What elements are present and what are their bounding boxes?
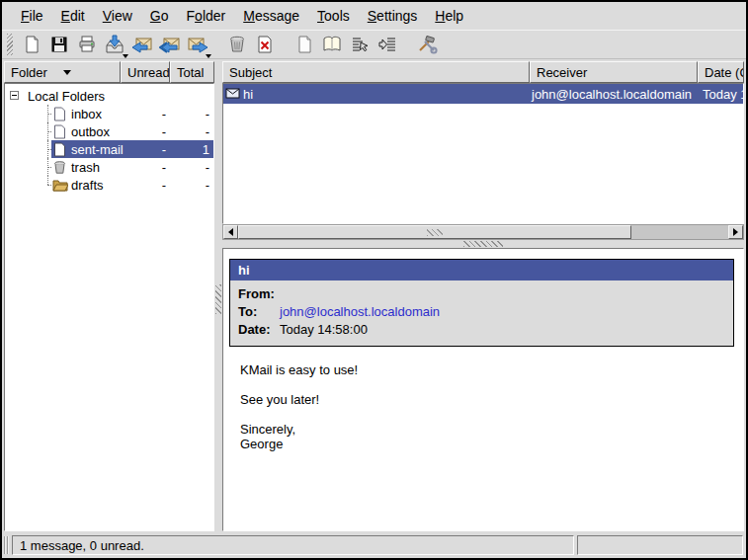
total-column-header[interactable]: Total: [170, 61, 214, 83]
folder-row-sent-mail[interactable]: sent-mail - 1: [5, 140, 213, 158]
horizontal-splitter[interactable]: [222, 240, 744, 248]
queue-list-icon: [377, 35, 397, 54]
configure-button[interactable]: [413, 32, 441, 58]
folder-column-header[interactable]: Folder: [4, 61, 121, 83]
selected-folder-highlight: sent-mail - 1: [51, 140, 213, 158]
folder-row-drafts[interactable]: drafts - -: [5, 176, 213, 194]
folder-row-local-folders[interactable]: Local Folders: [5, 87, 213, 105]
envelope-icon: [225, 87, 240, 102]
splitter-grip-icon: [463, 241, 503, 247]
delete-button[interactable]: [251, 32, 279, 58]
thumb-grip-icon: [427, 229, 443, 236]
new-message-icon: [22, 35, 42, 54]
trash-icon: [227, 35, 247, 54]
toolbar: [2, 30, 746, 59]
forward-button[interactable]: [184, 32, 211, 58]
main-area: Folder Unread Total Local Folders inbox …: [2, 59, 746, 532]
open-folder-icon: [52, 178, 69, 192]
scroll-left-button[interactable]: [223, 225, 238, 239]
menu-file[interactable]: File: [12, 5, 52, 27]
scroll-right-button[interactable]: [728, 225, 743, 239]
mail-page-icon: [52, 142, 69, 157]
folder-row-outbox[interactable]: outbox - -: [5, 122, 213, 140]
delete-icon: [255, 35, 275, 54]
date-value: Today 14:58:00: [280, 321, 368, 339]
unread-column-header[interactable]: Unread: [121, 61, 170, 83]
mail-page-icon: [52, 107, 69, 121]
message-list-area: hi john@localhost.localdomain Today 14: [222, 83, 744, 224]
menu-folder[interactable]: Folder: [178, 5, 235, 27]
message-list: Subject Receiver Date (O hi john@localho…: [222, 61, 744, 240]
scrollbar-thumb[interactable]: [238, 225, 631, 239]
address-book-button[interactable]: [318, 32, 346, 58]
vertical-splitter[interactable]: [214, 61, 222, 531]
menubar: File Edit View Go Folder Message Tools S…: [2, 2, 746, 30]
date-column-header[interactable]: Date (O: [698, 61, 744, 83]
right-column: Subject Receiver Date (O hi john@localho…: [222, 61, 744, 531]
menu-tools[interactable]: Tools: [308, 5, 359, 27]
toolbar-grip[interactable]: [7, 34, 13, 55]
forward-dropdown-icon[interactable]: [206, 54, 211, 58]
new-message-button[interactable]: [18, 32, 45, 58]
splitter-grip-icon: [215, 284, 221, 314]
statusbar-secondary-panel: [577, 535, 743, 555]
menu-view[interactable]: View: [94, 5, 141, 27]
menu-settings[interactable]: Settings: [359, 5, 427, 27]
mail-page-icon: [52, 124, 69, 139]
message-list-button[interactable]: [346, 32, 374, 58]
menu-help[interactable]: Help: [426, 5, 472, 27]
scroll-left-icon: [228, 228, 233, 236]
receiver-column-header[interactable]: Receiver: [530, 61, 698, 83]
collapse-expander-icon[interactable]: [10, 91, 19, 100]
reply-icon: [131, 35, 153, 54]
to-row: To: john@localhost.localdomain: [238, 303, 725, 321]
message-row[interactable]: hi john@localhost.localdomain Today 14: [223, 84, 743, 104]
from-row: From:: [238, 285, 725, 303]
menu-message[interactable]: Message: [234, 5, 308, 27]
forward-icon: [187, 35, 208, 54]
check-mail-button[interactable]: [101, 32, 128, 58]
statusbar-grip: [4, 536, 9, 554]
print-icon: [77, 35, 97, 54]
message-subject-bar: hi: [230, 260, 733, 280]
message-list-headers: Subject Receiver Date (O: [222, 61, 744, 83]
save-icon: [49, 35, 69, 54]
save-button[interactable]: [45, 32, 73, 58]
trash-icon: [52, 160, 69, 175]
folder-panel: Folder Unread Total Local Folders inbox …: [4, 61, 214, 531]
message-list-icon: [350, 35, 370, 54]
print-button[interactable]: [73, 32, 101, 58]
queue-list-button[interactable]: [374, 32, 401, 58]
message-body: KMail is easy to use! See you later! Sin…: [240, 362, 733, 451]
subject-column-header[interactable]: Subject: [222, 61, 530, 83]
configure-icon: [416, 35, 438, 54]
reply-all-icon: [159, 35, 181, 54]
reply-all-button[interactable]: [156, 32, 184, 58]
date-row: Date: Today 14:58:00: [238, 321, 725, 339]
move-to-trash-button[interactable]: [223, 32, 251, 58]
menu-go[interactable]: Go: [141, 5, 178, 27]
message-header-box: hi From: To: john@localhost.localdomain …: [229, 259, 734, 347]
new-reader-window-button[interactable]: [291, 32, 318, 58]
reply-button[interactable]: [128, 32, 156, 58]
menu-edit[interactable]: Edit: [52, 5, 94, 27]
scrollbar-track[interactable]: [631, 225, 728, 239]
folder-row-inbox[interactable]: inbox - -: [5, 105, 213, 122]
check-mail-icon: [104, 35, 125, 54]
address-book-icon: [321, 35, 343, 54]
folder-row-trash[interactable]: trash - -: [5, 158, 213, 176]
statusbar-message-count: 1 message, 0 unread.: [12, 535, 574, 555]
message-header-fields: From: To: john@localhost.localdomain Dat…: [230, 280, 733, 346]
to-address-link[interactable]: john@localhost.localdomain: [280, 303, 440, 321]
kmail-window: File Edit View Go Folder Message Tools S…: [0, 0, 748, 560]
message-preview-pane: hi From: To: john@localhost.localdomain …: [222, 248, 744, 531]
folder-tree: Local Folders inbox - - outbox: [4, 83, 214, 531]
statusbar: 1 message, 0 unread.: [2, 532, 746, 558]
scroll-right-icon: [733, 228, 738, 236]
folder-panel-headers: Folder Unread Total: [4, 61, 214, 83]
horizontal-scrollbar[interactable]: [222, 224, 744, 240]
page-icon: [294, 35, 314, 54]
sort-descending-icon: [63, 70, 71, 75]
